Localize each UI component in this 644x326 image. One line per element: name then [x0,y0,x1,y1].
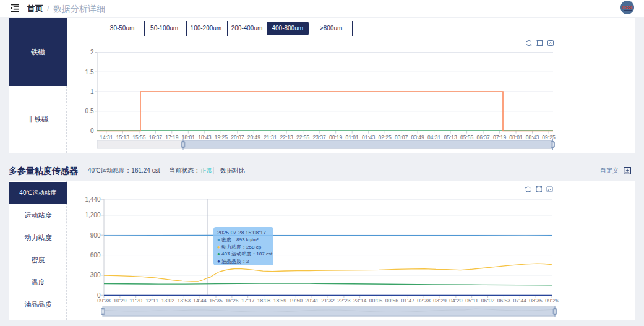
svg-text:08:35: 08:35 [529,298,543,304]
svg-text:01:43: 01:43 [362,134,376,140]
svg-text:02:25: 02:25 [379,134,392,140]
svg-text:21:31: 21:31 [264,134,277,140]
svg-text:03:29: 03:29 [433,298,447,304]
svg-text:1.5: 1.5 [85,69,94,75]
svg-text:23:37: 23:37 [313,134,327,140]
svg-text:17:17: 17:17 [241,298,255,304]
svg-text:05:55: 05:55 [460,134,474,140]
svg-text:1,200: 1,200 [85,212,100,218]
svg-text:22:23: 22:23 [337,298,351,304]
svg-text:15:13: 15:13 [116,134,130,140]
svg-text:09:25: 09:25 [542,134,556,140]
svg-text:14:31: 14:31 [100,134,113,140]
svg-text:03:49: 03:49 [411,134,424,140]
svg-text:11:20: 11:20 [129,298,142,304]
svg-text:08:01: 08:01 [509,134,523,140]
svg-text:13:02: 13:02 [161,298,175,304]
svg-text:03:07: 03:07 [395,134,408,140]
svg-text:15:35: 15:35 [209,298,223,304]
svg-text:0: 0 [90,127,94,134]
svg-text:600: 600 [90,252,101,259]
svg-text:00:05: 00:05 [369,298,383,304]
svg-text:06:53: 06:53 [497,298,511,304]
svg-text:22:13: 22:13 [280,134,294,140]
svg-text:18:08: 18:08 [257,298,271,304]
svg-text:00:56: 00:56 [385,298,399,304]
svg-text:15:55: 15:55 [132,134,146,140]
svg-text:20:07: 20:07 [231,134,244,140]
svg-text:1: 1 [90,88,94,95]
svg-text:0.5: 0.5 [85,108,94,114]
svg-text:18:59: 18:59 [273,298,287,304]
svg-text:07:19: 07:19 [493,134,507,140]
svg-text:08:43: 08:43 [526,134,539,140]
svg-text:10:29: 10:29 [113,298,127,304]
svg-text:06:37: 06:37 [476,134,490,140]
svg-text:19:50: 19:50 [290,298,303,304]
svg-text:22:55: 22:55 [296,134,310,140]
svg-text:05:13: 05:13 [444,134,457,140]
svg-text:900: 900 [90,232,101,239]
svg-text:06:02: 06:02 [481,298,495,304]
svg-text:04:20: 04:20 [449,298,463,304]
svg-text:16:26: 16:26 [225,298,239,304]
svg-text:02:38: 02:38 [417,298,431,304]
svg-text:01:47: 01:47 [401,298,415,304]
svg-text:21:32: 21:32 [321,298,335,304]
svg-text:09:38: 09:38 [97,298,111,304]
svg-text:20:41: 20:41 [305,298,319,304]
svg-text:07:44: 07:44 [513,298,527,304]
svg-text:19:25: 19:25 [215,134,228,140]
svg-text:12:11: 12:11 [145,298,158,304]
svg-text:00:19: 00:19 [329,134,343,140]
svg-text:18:01: 18:01 [182,134,195,140]
svg-text:09:26: 09:26 [545,298,559,304]
svg-text:04:31: 04:31 [427,134,441,140]
svg-text:13:53: 13:53 [178,298,191,304]
svg-text:05:11: 05:11 [465,298,478,304]
svg-text:17:19: 17:19 [165,134,179,140]
svg-text:01:01: 01:01 [346,134,359,140]
svg-text:14:44: 14:44 [193,298,207,304]
svg-text:16:37: 16:37 [149,134,163,140]
svg-text:23:14: 23:14 [353,298,367,304]
svg-text:20:49: 20:49 [247,134,261,140]
svg-text:18:43: 18:43 [198,134,212,140]
svg-text:300: 300 [90,272,101,278]
svg-text:1,440: 1,440 [85,196,100,203]
svg-text:2: 2 [90,49,94,56]
